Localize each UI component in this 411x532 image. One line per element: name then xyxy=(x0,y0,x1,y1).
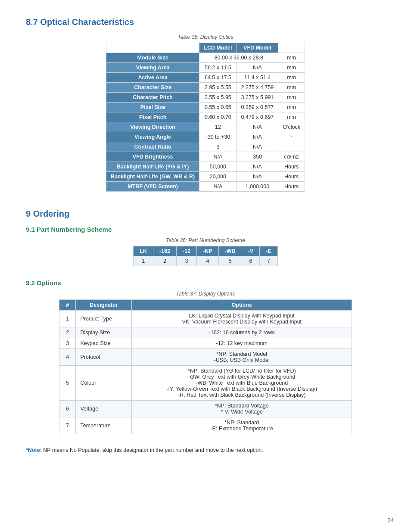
options-row: 7Temperature*NP: Standard -E: Extended T… xyxy=(59,417,352,434)
part-num-header-row: LK-162-12-NP-WB-V-E xyxy=(134,246,277,256)
options-row-designator: Voltage xyxy=(76,401,132,417)
optics-row-unit: O'clock xyxy=(278,122,305,132)
options-row: 2Display Size-162: 16 columns by 2 rows xyxy=(59,327,352,338)
table-36-caption: Table 36: Part Numbering Scheme xyxy=(26,237,385,243)
part-num-value-cell: 1 xyxy=(134,256,153,266)
optics-row-unit: ° xyxy=(278,132,305,142)
part-num-value-cell: 3 xyxy=(177,256,197,266)
options-row-num: 5 xyxy=(59,366,76,401)
note-bold: *Note: xyxy=(26,447,42,453)
optics-row-label: Viewing Direction xyxy=(106,122,199,132)
part-num-header-cell: -162 xyxy=(153,246,177,256)
optics-row: Viewing Direction12N/AO'clock xyxy=(106,122,305,132)
options-table: # Designator Options 1Product TypeLK: Li… xyxy=(59,299,352,434)
optics-row-unit: mm xyxy=(278,73,305,83)
optics-row-vfd: N/A xyxy=(237,172,278,182)
options-row: 4Protocol*NP: Standard Model -USB: USB O… xyxy=(59,349,352,366)
options-table-wrapper: # Designator Options 1Product TypeLK: Li… xyxy=(26,299,385,434)
optics-row-vfd: N/A xyxy=(237,122,278,132)
optics-row: Viewing Angle-30 to +30N/A° xyxy=(106,132,305,142)
optics-row-vfd: 0.479 x 0.697 xyxy=(237,112,278,122)
optics-row: MTBF (VFD Screen)N/A1,000,000Hours xyxy=(106,182,305,192)
optics-row: VFD BrightnessN/A350cd/m2 xyxy=(106,152,305,162)
section-9: 9 Ordering 9.1 Part Numbering Scheme Tab… xyxy=(26,209,385,453)
optics-row-label: Pixel Size xyxy=(106,103,199,112)
optics-row-vfd: N/A xyxy=(237,63,278,73)
subsection-9-1: 9.1 Part Numbering Scheme Table 36: Part… xyxy=(26,226,385,266)
options-row-options: *NP: Standard -E: Extended Temperature xyxy=(132,417,352,434)
optics-row: Character Size2.95 x 5.552.275 x 4.759mm xyxy=(106,83,305,93)
section-8-7: 8.7 Optical Characteristics Table 35: Di… xyxy=(26,17,385,192)
part-num-value-cell: 4 xyxy=(197,256,219,266)
optics-row-label: Active Area xyxy=(106,73,199,83)
optics-row-lcd: 2.95 x 5.55 xyxy=(199,83,237,93)
optics-row: Module Size80.00 x 36.00 x 28.8mm xyxy=(106,53,305,63)
options-col-desig: Designator xyxy=(76,300,132,311)
options-row-options: *NP: Standard (YG for LCD/ no filter for… xyxy=(132,366,352,401)
optics-row-lcd: 0.55 x 0.65 xyxy=(199,103,237,112)
optics-row-label: Backlight Half-Life (GW, WB & R) xyxy=(106,172,199,182)
optics-row-label: Viewing Angle xyxy=(106,132,199,142)
optics-row-lcd: N/A xyxy=(199,182,237,192)
optics-row-vfd: 2.275 x 4.759 xyxy=(237,83,278,93)
part-num-header-cell: LK xyxy=(134,246,153,256)
optics-row-unit: mm xyxy=(278,83,305,93)
optics-col-lcd: LCD Model xyxy=(199,43,237,53)
part-num-table: LK-162-12-NP-WB-V-E 1234567 xyxy=(133,246,277,266)
options-row: 6Voltage*NP: Standard Voltage *-V: Wide … xyxy=(59,401,352,417)
table-37-caption: Table 37: Display Options xyxy=(26,291,385,297)
subsection-9-2: 9.2 Options Table 37: Display Options # … xyxy=(26,279,385,434)
part-num-header-cell: -NP xyxy=(197,246,219,256)
options-header-row: # Designator Options xyxy=(59,300,352,311)
optics-row: Contrast Ratio3N/A xyxy=(106,142,305,152)
part-num-value-cell: 7 xyxy=(260,256,278,266)
optics-row-lcd: 12 xyxy=(199,122,237,132)
optics-row-unit: Hours xyxy=(278,182,305,192)
optics-row-unit: mm xyxy=(278,112,305,122)
optics-row: Viewing Area56.2 x 11.5N/Amm xyxy=(106,63,305,73)
optics-row-lcd: N/A xyxy=(199,152,237,162)
part-num-header-cell: -12 xyxy=(177,246,197,256)
part-num-header-cell: -E xyxy=(260,246,278,256)
section-8-7-heading: 8.7 Optical Characteristics xyxy=(26,17,385,27)
optics-row-label: MTBF (VFD Screen) xyxy=(106,182,199,192)
part-num-header-cell: -WB xyxy=(218,246,242,256)
optics-row-lcd: 3 xyxy=(199,142,237,152)
options-row: 3Keypad Size-12: 12 key maximum xyxy=(59,338,352,349)
options-row-designator: Keypad Size xyxy=(76,338,132,349)
part-num-value-cell: 2 xyxy=(153,256,177,266)
optics-row-vfd: 1,000,000 xyxy=(237,182,278,192)
optics-row-unit: mm xyxy=(278,63,305,73)
optics-col-vfd: VFD Model xyxy=(237,43,278,53)
optics-row-vfd: N/A xyxy=(237,142,278,152)
section-9-heading: 9 Ordering xyxy=(26,209,385,219)
note-text: NP means No Populate; skip this designat… xyxy=(42,447,263,453)
optics-row-vfd: 11.4 x 51.4 xyxy=(237,73,278,83)
part-num-value-row: 1234567 xyxy=(134,256,277,266)
optics-row-unit: Hours xyxy=(278,172,305,182)
table-35-caption: Table 35: Display Optics xyxy=(26,34,385,40)
optics-row-lcd: 20,000 xyxy=(199,172,237,182)
options-row-num: 7 xyxy=(59,417,76,434)
options-row: 1Product TypeLK: Liquid Crystal Display … xyxy=(59,311,352,327)
optics-row: Character Pitch3.55 x 5.953.275 x 5.991m… xyxy=(106,93,305,103)
subsection-9-2-heading: 9.2 Options xyxy=(26,279,385,286)
options-row-num: 4 xyxy=(59,349,76,366)
optics-row-label: Viewing Area xyxy=(106,63,199,73)
optics-row: Pixel Size0.55 x 0.650.359 x 0.577mm xyxy=(106,103,305,112)
optics-row-lcd: -30 to +30 xyxy=(199,132,237,142)
options-row-num: 3 xyxy=(59,338,76,349)
optics-row: Active Area64.5 x 17.511.4 x 51.4mm xyxy=(106,73,305,83)
optics-row-label: Module Size xyxy=(106,53,199,63)
optics-row-merged: 80.00 x 36.00 x 28.8 xyxy=(199,53,278,63)
optics-row-label: VFD Brightness xyxy=(106,152,199,162)
options-row-designator: Temperature xyxy=(76,417,132,434)
options-row: 5Colour*NP: Standard (YG for LCD/ no fil… xyxy=(59,366,352,401)
optics-row-label: Backlight Half-Life (YG & IY) xyxy=(106,162,199,172)
options-row-options: LK: Liquid Crystal Display with Keypad I… xyxy=(132,311,352,327)
optics-table: LCD Model VFD Model Module Size80.00 x 3… xyxy=(106,43,305,192)
options-row-designator: Colour xyxy=(76,366,132,401)
options-col-num: # xyxy=(59,300,76,311)
optics-row-label: Character Pitch xyxy=(106,93,199,103)
optics-table-wrapper: LCD Model VFD Model Module Size80.00 x 3… xyxy=(26,43,385,192)
